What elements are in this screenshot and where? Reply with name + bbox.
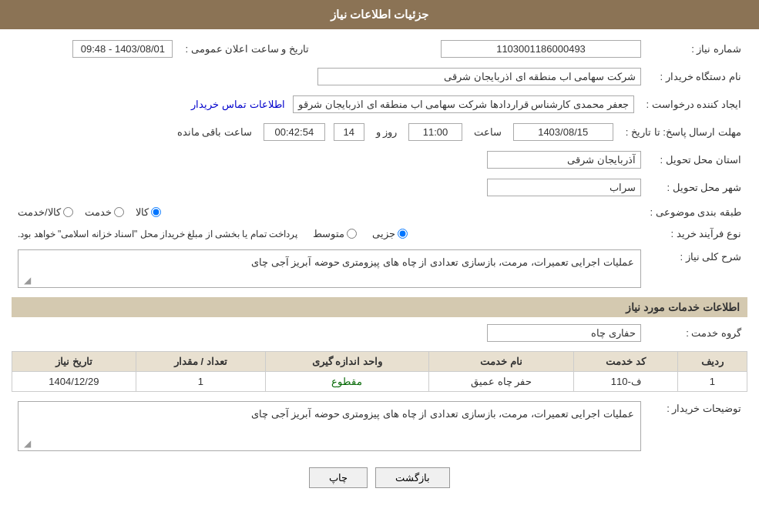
remaining-label: ساعت باقی مانده bbox=[177, 126, 252, 138]
category-radio-goods-services[interactable] bbox=[63, 207, 73, 217]
need-number-label: شماره نیاز : bbox=[647, 37, 747, 61]
col-header-name: نام خدمت bbox=[428, 352, 574, 372]
buyer-desc-box: عملیات اجرایی تعمیرات، مرمت، بازسازی تعد… bbox=[18, 401, 641, 451]
process-desc: پرداخت تمام یا بخشی از مبلغ خریداز محل "… bbox=[18, 229, 297, 239]
process-option-medium-label: متوسط bbox=[313, 228, 344, 239]
day-label: روز و bbox=[376, 126, 398, 138]
col-header-date: تاریخ نیاز bbox=[12, 352, 136, 372]
col-header-quantity: تعداد / مقدار bbox=[136, 352, 265, 372]
table-row: 1 ف-110 حفر چاه عمیق مقطوع 1 1404/12/29 bbox=[12, 372, 747, 392]
print-button[interactable]: چاپ bbox=[309, 467, 368, 488]
process-radio-small[interactable] bbox=[398, 229, 408, 239]
category-option-goods-label: کالا bbox=[136, 206, 149, 218]
buyer-desc-value: عملیات اجرایی تعمیرات، مرمت، بازسازی تعد… bbox=[251, 408, 634, 420]
time-value: 11:00 bbox=[408, 123, 462, 141]
category-option-goods[interactable]: کالا bbox=[136, 206, 161, 218]
need-number-value: 1103001186000493 bbox=[441, 40, 641, 58]
date-value: 1403/08/15 bbox=[513, 123, 613, 141]
buyer-org-value: شرکت سهامی اب منطقه ای اذربایجان شرقی bbox=[317, 68, 641, 85]
buyer-desc-resize-handle[interactable]: ◢ bbox=[20, 438, 31, 449]
category-option-service-label: خدمت bbox=[85, 206, 112, 218]
process-option-medium[interactable]: متوسط bbox=[313, 228, 357, 239]
hour-remain: 00:42:54 bbox=[264, 123, 325, 141]
cell-row: 1 bbox=[677, 372, 747, 392]
cell-code: ف-110 bbox=[574, 372, 677, 392]
announce-date-value: 1403/08/01 - 09:48 bbox=[72, 40, 173, 58]
buyer-desc-label: توضیحات خریدار : bbox=[647, 398, 747, 454]
services-section-title: اطلاعات خدمات مورد نیاز bbox=[12, 297, 747, 317]
category-option-goods-services-label: کالا/خدمت bbox=[18, 206, 61, 218]
city-label: شهر محل تحویل : bbox=[647, 176, 747, 199]
cell-name: حفر چاه عمیق bbox=[428, 372, 574, 392]
category-label: طبقه بندی موضوعی : bbox=[644, 203, 747, 221]
category-option-service[interactable]: خدمت bbox=[85, 206, 124, 218]
cell-quantity: 1 bbox=[136, 372, 265, 392]
back-button[interactable]: بازگشت bbox=[375, 467, 450, 488]
category-radio-goods[interactable] bbox=[151, 207, 161, 217]
col-header-unit: واحد اندازه گیری bbox=[265, 352, 428, 372]
service-group-label: گروه خدمت : bbox=[647, 321, 747, 345]
creator-value: جعفر محمدی کارشناس قراردادها شرکت سهامی … bbox=[293, 95, 633, 113]
process-option-small[interactable]: جزیی bbox=[372, 228, 408, 239]
col-header-row: ردیف bbox=[677, 352, 747, 372]
page-title: جزئیات اطلاعات نیاز bbox=[0, 0, 759, 29]
category-option-goods-services[interactable]: کالا/خدمت bbox=[18, 206, 73, 218]
announce-date-label: تاریخ و ساعت اعلان عمومی : bbox=[179, 37, 315, 61]
buyer-org-label: نام دستگاه خریدار : bbox=[647, 65, 747, 89]
service-group-value: حفاری چاه bbox=[487, 324, 641, 342]
creator-contact-link[interactable]: اطلاعات تماس خریدار bbox=[191, 99, 284, 110]
process-radio-medium[interactable] bbox=[347, 229, 357, 239]
send-date-label: مهلت ارسال پاسخ: تا تاریخ : bbox=[620, 120, 747, 144]
process-label: نوع فرآیند خرید : bbox=[647, 225, 747, 243]
category-radio-service[interactable] bbox=[114, 207, 124, 217]
province-label: استان محل تحویل : bbox=[647, 148, 747, 172]
creator-label: ایجاد کننده درخواست : bbox=[640, 92, 747, 116]
general-desc-label: شرح کلی نیاز : bbox=[647, 246, 747, 291]
general-desc-box: عملیات اجرایی تعمیرات، مرمت، بازسازی تعد… bbox=[18, 249, 641, 288]
col-header-code: کد خدمت bbox=[574, 352, 677, 372]
hour-label: ساعت bbox=[474, 126, 502, 138]
cell-date: 1404/12/29 bbox=[12, 372, 136, 392]
general-desc-value: عملیات اجرایی تعمیرات، مرمت، بازسازی تعد… bbox=[251, 256, 634, 268]
cell-unit: مقطوع bbox=[265, 372, 428, 392]
button-row: بازگشت چاپ bbox=[12, 458, 747, 497]
province-value: آذربایجان شرقی bbox=[487, 151, 641, 169]
resize-handle[interactable]: ◢ bbox=[20, 275, 31, 286]
day-count: 14 bbox=[334, 123, 364, 141]
process-option-small-label: جزیی bbox=[372, 228, 395, 239]
services-table: ردیف کد خدمت نام خدمت واحد اندازه گیری ت… bbox=[12, 351, 747, 392]
city-value: سراب bbox=[487, 179, 641, 196]
